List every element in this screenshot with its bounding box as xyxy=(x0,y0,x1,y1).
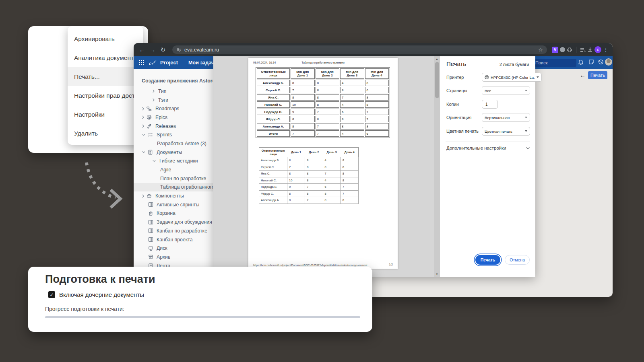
extension-v-icon[interactable]: V xyxy=(552,47,558,53)
search-input[interactable] xyxy=(530,59,576,67)
menu-item-delete[interactable]: Удалить xyxy=(68,124,143,143)
chevron-down-icon xyxy=(526,147,530,150)
evateam-logo-icon xyxy=(148,59,157,66)
chevron-right-icon xyxy=(152,89,155,93)
download-icon[interactable] xyxy=(587,47,593,52)
reading-list-icon[interactable] xyxy=(580,47,586,52)
table-cell: 8 xyxy=(341,197,358,204)
sidebar-item-trash[interactable]: Корзина xyxy=(134,209,213,218)
sidebar-item-disk[interactable]: Диск xyxy=(134,244,213,253)
project-title: Создание приложения Astore xyxy=(142,78,213,84)
table-cell: Александр А. xyxy=(257,123,290,130)
sidebar-item-project-kanban[interactable]: Канбан проекта xyxy=(134,235,213,244)
archive-icon xyxy=(148,254,153,259)
table-header-cell: Min для День 3 xyxy=(340,68,364,79)
table-cell: Надежда В. xyxy=(257,109,290,115)
sidebar-item-sprint-razrabotka[interactable]: Разработка Astore (3) xyxy=(134,139,213,148)
sidebar-item-worked-time-table[interactable]: Таблица отработанного времени xyxy=(134,183,213,192)
bookmark-star-icon[interactable]: ☆ xyxy=(538,47,543,53)
sprint-checklist-icon xyxy=(148,132,153,138)
app-grid-icon[interactable] xyxy=(139,60,144,65)
menu-item-settings[interactable]: Настройки xyxy=(68,105,143,124)
table-cell: 4 xyxy=(323,177,341,184)
browser-reload-icon[interactable]: ↻ xyxy=(159,46,167,53)
table-cell: 8 xyxy=(340,123,364,130)
table-cell: 7 xyxy=(316,123,340,130)
table-cell: 8 xyxy=(291,94,315,101)
print-settings-panel: Печать 2 листа бумаги Принтер HPFCE43C (… xyxy=(440,56,535,277)
copies-input[interactable] xyxy=(482,100,498,109)
color-print-select[interactable]: Цветная печать xyxy=(482,127,530,136)
sidebar-item-sprints[interactable]: Sprints xyxy=(134,130,213,139)
table-row: Сергей С.7886 xyxy=(259,164,359,171)
orientation-select[interactable]: Вертикальная xyxy=(482,113,530,122)
table-cell: Надежда В. xyxy=(259,184,287,191)
page-header-title: Таблица отработанного времени xyxy=(248,61,398,64)
doc-print-button[interactable]: Печать xyxy=(588,71,607,79)
menu-item-access-rights[interactable]: Настройки прав доступа xyxy=(68,86,143,105)
sidebar-item-documents[interactable]: Документы xyxy=(134,148,213,157)
table-cell: 7 xyxy=(291,130,315,137)
doc-back-arrow-icon[interactable]: ← xyxy=(580,72,586,78)
sidebar-item-dev-kanban[interactable]: Канбан по разработке xyxy=(134,226,213,235)
sidebar-item-agile[interactable]: Agile xyxy=(134,165,213,174)
sidebar-item-components[interactable]: Компоненты xyxy=(134,191,213,200)
printer-label: Принтер xyxy=(446,75,482,80)
sidebar-item-releases[interactable]: Releases xyxy=(134,122,213,131)
more-settings-toggle[interactable]: Дополнительные настройки xyxy=(446,146,530,150)
site-settings-icon[interactable] xyxy=(176,47,181,52)
chevron-down-icon xyxy=(142,134,146,136)
sidebar-item-epics[interactable]: Epics xyxy=(134,113,213,122)
table-cell: 8 xyxy=(291,123,315,130)
print-confirm-button[interactable]: Печать xyxy=(475,255,501,265)
sidebar-item-discussion-tasks[interactable]: Задачи для обсуждения xyxy=(134,218,213,226)
printer-select[interactable]: HPFCE43C (HP Color La: xyxy=(482,73,542,82)
table-cell: 7 xyxy=(323,171,341,177)
extension-globe-icon[interactable] xyxy=(560,47,565,52)
sidebar-item-roadmaps[interactable]: Roadmaps xyxy=(134,104,213,113)
sidebar-item-tags[interactable]: Тэги xyxy=(134,96,213,105)
notes-icon[interactable] xyxy=(588,59,594,65)
table-cell: 4 xyxy=(323,157,341,164)
table-cell: 7 xyxy=(291,87,315,93)
scroll-up-icon[interactable]: ▲ xyxy=(434,58,440,60)
table-cell: 6 xyxy=(365,87,389,93)
epics-icon xyxy=(147,115,152,120)
sidebar-item-archive[interactable]: Архив xyxy=(134,253,213,261)
table-cell: 6 xyxy=(365,130,389,137)
table-header-cell: Min для День 1 xyxy=(291,68,315,79)
notifications-bell-icon[interactable] xyxy=(578,59,584,65)
address-bar[interactable]: eva.evateam.ru ☆ xyxy=(172,45,547,54)
document-context-menu: Архивировать Аналитика документа Печать.… xyxy=(68,26,143,145)
document-icon xyxy=(148,150,153,155)
print-cancel-button[interactable]: Отмена xyxy=(505,255,530,265)
browser-menu-kebab-icon[interactable]: ⋮ xyxy=(603,47,609,53)
print-preview-page: 09.07.2024, 16:34 Таблица отработанного … xyxy=(248,58,398,269)
table-row: Александр А.8788 xyxy=(257,123,389,130)
pages-select[interactable]: Все xyxy=(482,86,530,95)
browser-back-icon[interactable]: ← xyxy=(138,46,147,53)
preview-scrollbar[interactable]: ▲ ▼ xyxy=(434,56,440,277)
table-header-cell: День 3 xyxy=(323,148,341,157)
table-row: Надежда В.9767 xyxy=(259,184,359,191)
scrollbar-thumb[interactable] xyxy=(435,62,439,98)
user-avatar[interactable] xyxy=(605,58,612,66)
dropdown-caret-icon xyxy=(537,76,539,78)
sidebar-item-flexible-methods[interactable]: Гибкие методики xyxy=(134,157,213,166)
menu-item-analytics[interactable]: Аналитика документа xyxy=(68,48,143,67)
include-children-checkbox[interactable]: ✓ xyxy=(48,291,55,298)
profile-avatar[interactable]: c xyxy=(594,46,601,53)
table-cell: 8 xyxy=(323,164,341,171)
chevron-right-icon xyxy=(142,115,144,119)
sidebar-item-active-sprints[interactable]: Активные спринты xyxy=(134,200,213,209)
table-cell: 7 xyxy=(340,94,364,101)
sidebar-item-dev-plan[interactable]: План по разработке xyxy=(134,174,213,183)
scroll-down-icon[interactable]: ▼ xyxy=(434,273,440,276)
browser-forward-icon[interactable]: → xyxy=(148,46,157,53)
menu-item-print[interactable]: Печать... xyxy=(68,67,143,86)
sidebar-item-type[interactable]: Тип xyxy=(134,87,213,96)
history-clock-icon[interactable] xyxy=(598,59,604,65)
extensions-puzzle-icon[interactable] xyxy=(567,47,572,53)
menu-item-archive[interactable]: Архивировать xyxy=(68,29,143,48)
table-header-row: Ответственные лицаMin для День 1Min для … xyxy=(257,68,389,79)
